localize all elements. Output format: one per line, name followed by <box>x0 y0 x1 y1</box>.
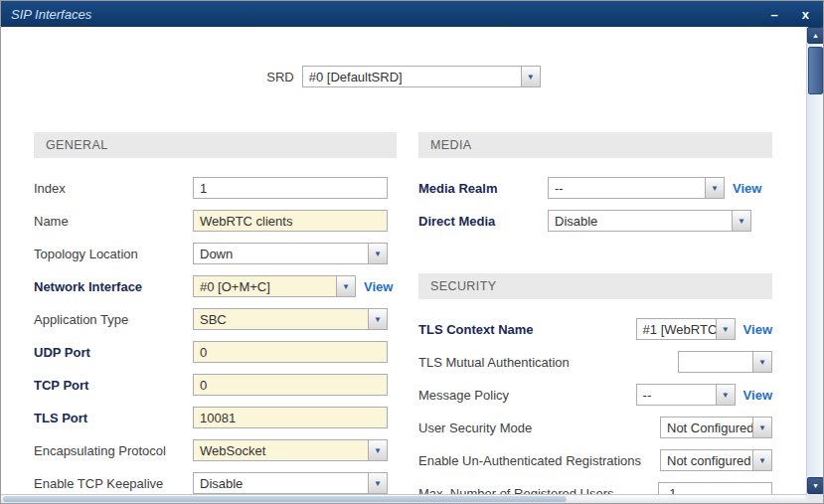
chevron-down-icon[interactable]: ▼ <box>716 385 735 405</box>
user-security-mode-label: User Security Mode <box>418 420 660 435</box>
chevron-down-icon[interactable]: ▼ <box>716 319 735 339</box>
network-interface-select[interactable]: #0 [O+M+C] ▼ <box>193 275 356 297</box>
tcp-port-input[interactable] <box>193 374 388 396</box>
field-row-network-interface: Network Interface #0 [O+M+C] ▼ View <box>34 275 397 297</box>
tcp-keepalive-label: Enable TCP Keepalive <box>34 476 193 491</box>
scroll-down-icon[interactable]: ▼ <box>807 477 824 494</box>
tcp-keepalive-select[interactable]: Disable ▼ <box>193 472 388 494</box>
chevron-down-icon[interactable]: ▼ <box>705 178 724 198</box>
field-row-media-realm: Media Realm -- ▼ View <box>418 177 772 199</box>
view-link-message-policy[interactable]: View <box>743 388 772 403</box>
tls-mutual-auth-label: TLS Mutual Authentication <box>418 355 678 370</box>
view-link-tls-context[interactable]: View <box>743 322 772 337</box>
index-input[interactable] <box>193 177 388 199</box>
srd-row: SRD #0 [DefaultSRD] ▼ <box>1 65 806 88</box>
field-row-unauth-registrations: Enable Un-Authenticated Registrations No… <box>418 449 772 471</box>
application-type-value: SBC <box>194 312 368 327</box>
field-row-tls-mutual-auth: TLS Mutual Authentication ▼ <box>418 351 772 373</box>
direct-media-value: Disable <box>549 214 732 229</box>
field-row-tls-context: TLS Context Name #1 [WebRTC] ▼ View <box>418 318 772 340</box>
encapsulating-protocol-select[interactable]: WebSocket ▼ <box>193 439 388 461</box>
direct-media-select[interactable]: Disable ▼ <box>548 210 751 232</box>
chevron-down-icon[interactable]: ▼ <box>752 352 771 372</box>
chevron-down-icon[interactable]: ▼ <box>752 450 771 470</box>
field-row-message-policy: Message Policy -- ▼ View <box>418 384 772 406</box>
user-security-mode-value: Not Configured <box>661 420 752 435</box>
right-column: MEDIA Media Realm -- ▼ View Direct Media… <box>418 132 772 494</box>
unauth-registrations-value: Not configured <box>661 453 752 468</box>
field-row-tcp-keepalive: Enable TCP Keepalive Disable ▼ <box>34 472 397 494</box>
application-type-select[interactable]: SBC ▼ <box>193 308 388 330</box>
udp-port-input[interactable] <box>193 341 388 363</box>
topology-location-select[interactable]: Down ▼ <box>193 243 388 264</box>
tls-context-label: TLS Context Name <box>418 322 636 337</box>
srd-select[interactable]: #0 [DefaultSRD] ▼ <box>302 66 541 87</box>
media-section-header: MEDIA <box>418 132 772 158</box>
media-realm-label: Media Realm <box>418 181 548 196</box>
chevron-down-icon[interactable]: ▼ <box>336 276 355 296</box>
field-row-max-registered-users: Max. Number of Registered Users <box>418 482 772 494</box>
encapsulating-protocol-value: WebSocket <box>194 443 368 458</box>
close-button[interactable]: x <box>798 6 813 23</box>
window-title: SIP Interfaces <box>11 7 91 22</box>
field-row-index: Index <box>34 177 397 199</box>
field-row-encapsulating-protocol: Encapsulating Protocol WebSocket ▼ <box>34 439 397 461</box>
field-row-direct-media: Direct Media Disable ▼ <box>418 210 772 232</box>
security-section-header: SECURITY <box>418 273 772 299</box>
vertical-scrollbar[interactable]: ▲ ▼ <box>806 27 823 494</box>
vertical-scrollbar-thumb[interactable] <box>808 47 823 94</box>
chevron-down-icon[interactable]: ▼ <box>368 440 387 460</box>
network-interface-label: Network Interface <box>34 279 193 294</box>
message-policy-value: -- <box>637 388 716 403</box>
chevron-down-icon[interactable]: ▼ <box>368 309 387 329</box>
max-registered-users-input[interactable] <box>658 482 772 494</box>
form-columns: GENERAL Index Name Topology Location Dow… <box>1 132 806 494</box>
name-label: Name <box>34 214 193 229</box>
name-input[interactable] <box>193 210 388 232</box>
topology-location-label: Topology Location <box>34 247 193 261</box>
srd-value: #0 [DefaultSRD] <box>303 70 521 84</box>
horizontal-scrollbar[interactable] <box>1 494 806 503</box>
field-row-tcp-port: TCP Port <box>34 374 397 396</box>
minimize-button[interactable]: – <box>767 6 782 23</box>
field-row-udp-port: UDP Port <box>34 341 397 363</box>
application-type-label: Application Type <box>34 312 193 327</box>
message-policy-select[interactable]: -- ▼ <box>636 384 736 406</box>
horizontal-scrollbar-thumb[interactable] <box>3 496 567 502</box>
tls-port-input[interactable] <box>193 407 388 428</box>
message-policy-label: Message Policy <box>418 388 636 403</box>
field-row-topology-location: Topology Location Down ▼ <box>34 243 397 264</box>
field-row-user-security-mode: User Security Mode Not Configured ▼ <box>418 417 772 438</box>
unauth-registrations-select[interactable]: Not configured ▼ <box>660 449 772 471</box>
srd-label: SRD <box>266 70 293 84</box>
general-section: GENERAL Index Name Topology Location Dow… <box>34 132 397 494</box>
dialog-content: SRD #0 [DefaultSRD] ▼ GENERAL Index Name <box>1 27 806 494</box>
encapsulating-protocol-label: Encapsulating Protocol <box>34 443 193 458</box>
chevron-down-icon[interactable]: ▼ <box>521 67 540 86</box>
udp-port-label: UDP Port <box>34 345 193 360</box>
general-section-header: GENERAL <box>34 132 397 158</box>
chevron-down-icon[interactable]: ▼ <box>752 418 771 437</box>
chevron-down-icon[interactable]: ▼ <box>732 211 750 231</box>
scroll-up-icon[interactable]: ▲ <box>807 27 824 44</box>
sip-interfaces-dialog: SIP Interfaces – x SRD #0 [DefaultSRD] ▼… <box>0 0 824 504</box>
tcp-port-label: TCP Port <box>34 378 193 393</box>
media-realm-select[interactable]: -- ▼ <box>548 177 725 199</box>
chevron-down-icon[interactable]: ▼ <box>368 473 387 493</box>
tls-port-label: TLS Port <box>34 411 193 425</box>
topology-location-value: Down <box>194 247 368 261</box>
tcp-keepalive-value: Disable <box>194 476 368 491</box>
view-link-media-realm[interactable]: View <box>733 181 761 196</box>
view-link-network-interface[interactable]: View <box>364 279 393 294</box>
field-row-tls-port: TLS Port <box>34 407 397 428</box>
scrollbar-corner <box>806 494 823 503</box>
field-row-name: Name <box>34 210 397 232</box>
chevron-down-icon[interactable]: ▼ <box>368 244 387 263</box>
tls-mutual-auth-select[interactable]: ▼ <box>678 351 772 373</box>
media-realm-value: -- <box>549 181 705 196</box>
user-security-mode-select[interactable]: Not Configured ▼ <box>660 417 772 438</box>
field-row-application-type: Application Type SBC ▼ <box>34 308 397 330</box>
unauth-registrations-label: Enable Un-Authenticated Registrations <box>418 453 660 468</box>
title-bar: SIP Interfaces – x <box>1 1 823 27</box>
tls-context-select[interactable]: #1 [WebRTC] ▼ <box>636 318 736 340</box>
